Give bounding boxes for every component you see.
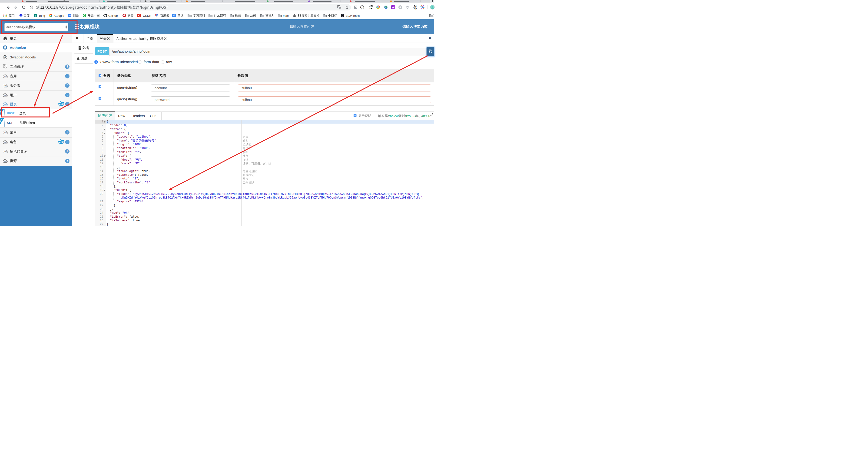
svg-text:Git: Git xyxy=(414,5,416,7)
svg-text:en: en xyxy=(369,7,371,9)
svg-text:du: du xyxy=(20,16,22,17)
svg-text:API: API xyxy=(4,132,6,133)
svg-text:API: API xyxy=(4,161,6,162)
svg-text:译: 译 xyxy=(69,15,71,17)
svg-text:英: 英 xyxy=(371,5,372,7)
svg-text:RP: RP xyxy=(392,6,395,9)
svg-text:G: G xyxy=(123,14,125,17)
svg-text:{..}: {..} xyxy=(360,6,364,8)
svg-text:API: API xyxy=(4,85,6,87)
svg-text:b: b xyxy=(35,14,36,17)
svg-text:10: 10 xyxy=(342,14,343,16)
svg-text:API: API xyxy=(4,76,6,77)
svg-text:A: A xyxy=(5,55,6,57)
svg-text:API: API xyxy=(4,94,6,96)
svg-text:API: API xyxy=(4,142,6,143)
svg-text:API: API xyxy=(4,151,6,153)
svg-text:API: API xyxy=(4,104,6,106)
svg-text:24: 24 xyxy=(342,16,343,17)
